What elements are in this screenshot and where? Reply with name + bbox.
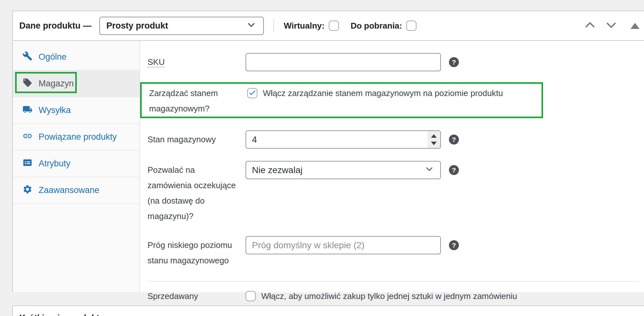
backorders-select-value: Nie zezwalaj bbox=[252, 165, 302, 175]
attributes-icon bbox=[22, 158, 32, 170]
tab-ogolne[interactable]: Ogólne bbox=[13, 44, 139, 71]
short-description-title: Krótki opis produktu bbox=[19, 313, 105, 316]
move-up-button[interactable] bbox=[584, 19, 596, 33]
manage-stock-label: Zarządzać stanem magazynowym? bbox=[149, 84, 240, 116]
spinner-up-button[interactable] bbox=[431, 134, 437, 138]
tab-zaawansowane[interactable]: Zaawansowane bbox=[13, 177, 139, 204]
sold-individually-checkbox[interactable] bbox=[246, 291, 256, 301]
help-icon[interactable]: ? bbox=[449, 57, 459, 67]
gear-icon bbox=[22, 184, 32, 197]
product-type-value: Prosty produkt bbox=[106, 21, 168, 31]
sku-row: SKU ? bbox=[148, 53, 644, 71]
sku-label: SKU bbox=[148, 53, 238, 70]
backorders-label: Pozwalać na zamówienia oczekujące (na do… bbox=[148, 161, 238, 224]
inventory-panel: SKU ? Zarządzać stanem magazynowym? bbox=[140, 41, 644, 292]
stock-quantity-input[interactable] bbox=[246, 130, 441, 149]
backorders-row: Pozwalać na zamówienia oczekujące (na do… bbox=[148, 161, 644, 224]
stock-quantity-row: Stan magazynowy ? bbox=[148, 130, 644, 149]
tag-icon bbox=[22, 78, 32, 90]
tab-label: Zaawansowane bbox=[39, 185, 99, 195]
header-divider bbox=[273, 19, 274, 32]
wrench-icon bbox=[22, 51, 32, 63]
link-icon bbox=[22, 131, 32, 143]
sold-individually-checkbox-text: Włącz, aby umożliwić zakup tylko jednej … bbox=[261, 291, 517, 301]
short-description-metabox: Krótki opis produktu bbox=[12, 305, 644, 316]
product-data-tabs: Ogólne Magazyn Wysyłka bbox=[13, 41, 140, 292]
annotation-box-manage-stock-row: Zarządzać stanem magazynowym? Włącz zarz… bbox=[140, 82, 543, 118]
tab-magazyn[interactable]: Magazyn bbox=[13, 71, 139, 97]
spinner-down-button[interactable] bbox=[431, 142, 437, 145]
toggle-panel-button[interactable] bbox=[626, 23, 640, 29]
product-data-metabox: Dane produktu — Prosty produkt Wirtualny… bbox=[12, 11, 644, 292]
low-stock-threshold-input[interactable] bbox=[246, 236, 441, 254]
tab-label: Atrybuty bbox=[39, 159, 70, 169]
product-type-select[interactable]: Prosty produkt bbox=[99, 17, 264, 35]
chevron-down-icon bbox=[605, 19, 618, 33]
tab-label: Ogólne bbox=[39, 52, 67, 62]
row-separator bbox=[148, 281, 640, 282]
manage-stock-checkbox[interactable] bbox=[247, 88, 257, 98]
product-data-header: Dane produktu — Prosty produkt Wirtualny… bbox=[13, 11, 644, 41]
virtual-checkbox[interactable] bbox=[329, 21, 339, 31]
sku-input[interactable] bbox=[246, 53, 441, 71]
chevron-up-icon bbox=[584, 19, 596, 33]
downloadable-label: Do pobrania: bbox=[351, 21, 402, 31]
chevron-down-icon bbox=[424, 164, 434, 176]
tab-atrybuty[interactable]: Atrybuty bbox=[13, 151, 139, 177]
stock-quantity-label: Stan magazynowy bbox=[148, 130, 238, 147]
number-spinner bbox=[427, 131, 440, 148]
panel-title: Dane produktu — bbox=[19, 21, 92, 31]
manage-stock-checkbox-text: Włącz zarządzanie stanem magazynowym na … bbox=[263, 88, 503, 98]
triangle-up-icon bbox=[631, 23, 640, 29]
downloadable-checkbox[interactable] bbox=[406, 21, 416, 31]
manage-stock-row: Zarządzać stanem magazynowym? Włącz zarz… bbox=[149, 84, 541, 116]
tab-powiazane-produkty[interactable]: Powiązane produkty bbox=[13, 124, 139, 151]
checkmark-icon bbox=[248, 88, 256, 98]
backorders-select[interactable]: Nie zezwalaj bbox=[246, 161, 441, 179]
help-icon[interactable]: ? bbox=[449, 165, 459, 175]
virtual-label: Wirtualny: bbox=[284, 21, 325, 31]
tab-label: Magazyn bbox=[39, 79, 74, 89]
truck-icon bbox=[22, 104, 32, 117]
help-icon[interactable]: ? bbox=[449, 135, 459, 145]
low-stock-threshold-label: Próg niskiego poziomu stanu magazynowego bbox=[148, 236, 238, 268]
tab-label: Wysyłka bbox=[39, 105, 71, 115]
tab-wysylka[interactable]: Wysyłka bbox=[13, 97, 139, 124]
tab-label: Powiązane produkty bbox=[39, 132, 117, 142]
help-icon[interactable]: ? bbox=[449, 240, 459, 250]
low-stock-threshold-row: Próg niskiego poziomu stanu magazynowego… bbox=[148, 236, 644, 268]
move-down-button[interactable] bbox=[605, 19, 618, 33]
chevron-down-icon bbox=[246, 19, 257, 32]
